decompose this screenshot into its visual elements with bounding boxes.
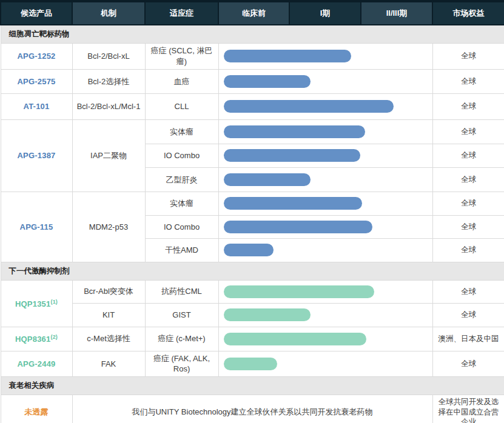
section-title: 衰老相关疾病	[1, 376, 504, 395]
market-cell: 全球	[432, 43, 504, 69]
product-name[interactable]: HQP8361(2)	[15, 335, 58, 344]
phase-progress-bar	[224, 197, 362, 210]
col-header-phase23: II/III期	[361, 1, 432, 25]
phase-progress-bar	[224, 333, 366, 345]
col-header-market-rights: 市场权益	[432, 1, 504, 25]
phase-progress-bar	[224, 308, 311, 321]
product-name[interactable]: AT-101	[24, 102, 50, 111]
phase-cell	[218, 192, 432, 215]
col-header-indication: 适应症	[145, 1, 218, 25]
phase-cell	[218, 144, 432, 167]
mechanism-cell: KIT	[72, 303, 145, 327]
phase-cell	[218, 303, 432, 327]
phase-cell	[218, 351, 432, 376]
phase-cell	[218, 238, 432, 262]
phase-progress-bar	[224, 358, 277, 370]
phase-progress-bar	[224, 100, 394, 113]
indication-cell: 实体瘤	[145, 119, 218, 144]
section-apoptosis: 细胞凋亡靶标药物	[1, 25, 504, 43]
table-row: APG-2449 FAK 癌症 (FAK, ALK, Ros) 全球	[1, 351, 504, 376]
header-row: 候选产品 机制 适应症 临床前 I期 II/III期 市场权益	[1, 1, 504, 25]
indication-cell: IO Combo	[145, 144, 218, 167]
phase-progress-bar	[224, 125, 365, 138]
product-name[interactable]: APG-115	[20, 222, 53, 231]
col-header-phase1: I期	[289, 1, 361, 25]
table-row: APG-115 MDM2-p53 实体瘤 全球	[1, 192, 504, 215]
indication-cell: 乙型肝炎	[145, 167, 218, 192]
phase-cell	[218, 280, 432, 303]
market-cell: 全球	[432, 280, 504, 303]
pipeline-table: 候选产品 机制 适应症 临床前 I期 II/III期 市场权益 细胞凋亡靶标药物…	[0, 0, 504, 423]
product-name[interactable]: APG-2449	[17, 359, 55, 368]
market-cell: 全球	[432, 93, 504, 119]
market-cell: 全球	[432, 351, 504, 376]
product-name[interactable]: APG-2575	[17, 77, 55, 86]
table-row: AT-101 Bcl-2/Bcl-xL/Mcl-1 CLL 全球	[1, 93, 504, 119]
section-title: 细胞凋亡靶标药物	[1, 25, 504, 43]
indication-cell: 实体瘤	[145, 192, 218, 215]
phase-cell	[218, 215, 432, 238]
market-cell: 全球	[432, 238, 504, 262]
phase-cell	[218, 43, 432, 69]
indication-cell: 癌症 (FAK, ALK, Ros)	[145, 351, 218, 376]
market-cell: 澳洲、日本及中国	[432, 327, 504, 351]
table-row: APG-1387 IAP二聚物 实体瘤 全球	[1, 119, 504, 144]
table-row: HQP1351(1) Bcr-Abl突变体 抗药性CML 全球	[1, 280, 504, 303]
table-row: 未透露 我们与UNITY Biotechnology建立全球伙伴关系以共同开发抗…	[1, 395, 504, 423]
market-cell: 全球	[432, 119, 504, 144]
market-cell: 全球共同开发及选择在中国成立合营企业	[432, 395, 504, 423]
product-name[interactable]: APG-1387	[17, 151, 55, 160]
phase-cell	[218, 93, 432, 119]
phase-progress-bar	[224, 75, 311, 88]
mechanism-cell: Bcl-2/Bcl-xL	[72, 43, 145, 69]
indication-cell: 癌症 (c-Met+)	[145, 327, 218, 351]
partnership-description: 我们与UNITY Biotechnology建立全球伙伴关系以共同开发抗衰老药物	[72, 395, 432, 423]
indication-cell: CLL	[145, 93, 218, 119]
mechanism-cell: MDM2-p53	[72, 192, 145, 262]
market-cell: 全球	[432, 192, 504, 215]
footnote-marker: (2)	[50, 334, 58, 340]
phase-progress-bar	[224, 244, 274, 256]
table-row: APG-2575 Bcl-2选择性 血癌 全球	[1, 69, 504, 93]
indication-cell: 抗药性CML	[145, 280, 218, 303]
table-row: HQP8361(2) c-Met选择性 癌症 (c-Met+) 澳洲、日本及中国	[1, 327, 504, 351]
table-row: APG-1252 Bcl-2/Bcl-xL 癌症 (SCLC, 淋巴瘤) 全球	[1, 43, 504, 69]
phase-progress-bar	[224, 149, 360, 162]
indication-cell: 干性AMD	[145, 238, 218, 262]
section-title: 下一代激酶抑制剂	[1, 262, 504, 280]
col-header-mechanism: 机制	[72, 1, 145, 25]
mechanism-cell: IAP二聚物	[72, 119, 145, 192]
phase-cell	[218, 167, 432, 192]
section-kinase: 下一代激酶抑制剂	[1, 262, 504, 280]
market-cell: 全球	[432, 69, 504, 93]
col-header-preclinical: 临床前	[218, 1, 289, 25]
mechanism-cell: c-Met选择性	[72, 327, 145, 351]
indication-cell: GIST	[145, 303, 218, 327]
market-cell: 全球	[432, 144, 504, 167]
mechanism-cell: Bcl-2选择性	[72, 69, 145, 93]
phase-progress-bar	[224, 50, 351, 62]
market-cell: 全球	[432, 303, 504, 327]
mechanism-cell: Bcr-Abl突变体	[72, 280, 145, 303]
market-cell: 全球	[432, 167, 504, 192]
phase-progress-bar	[224, 221, 372, 233]
col-header-candidate: 候选产品	[1, 1, 72, 25]
phase-cell	[218, 69, 432, 93]
phase-cell	[218, 327, 432, 351]
product-name: 未透露	[24, 407, 49, 416]
footnote-marker: (1)	[50, 298, 58, 304]
indication-cell: 癌症 (SCLC, 淋巴瘤)	[145, 43, 218, 69]
product-name[interactable]: APG-1252	[17, 52, 55, 61]
phase-cell	[218, 119, 432, 144]
table-row: KIT GIST 全球	[1, 303, 504, 327]
product-name[interactable]: HQP1351(1)	[15, 299, 58, 308]
indication-cell: IO Combo	[145, 215, 218, 238]
market-cell: 全球	[432, 215, 504, 238]
phase-progress-bar	[224, 173, 311, 186]
mechanism-cell: FAK	[72, 351, 145, 376]
phase-progress-bar	[224, 285, 374, 298]
indication-cell: 血癌	[145, 69, 218, 93]
mechanism-cell: Bcl-2/Bcl-xL/Mcl-1	[72, 93, 145, 119]
section-aging: 衰老相关疾病	[1, 376, 504, 395]
